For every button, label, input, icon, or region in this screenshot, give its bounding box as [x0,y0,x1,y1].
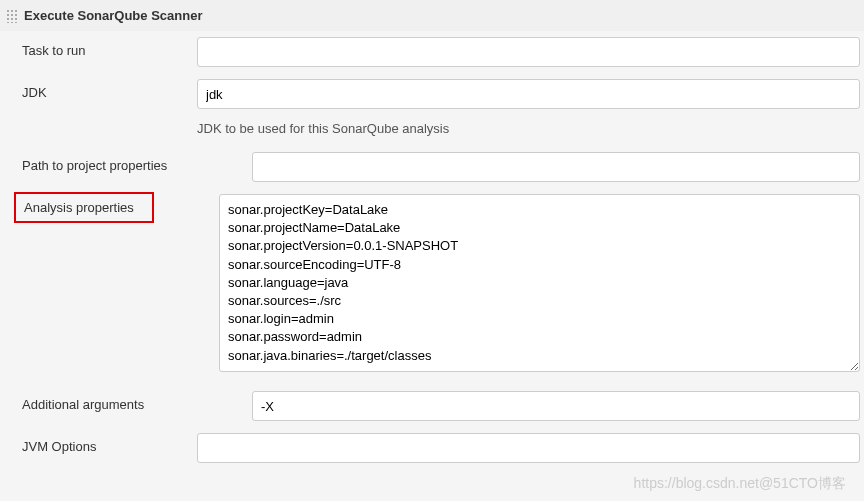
field-task-to-run [197,37,864,67]
field-jdk: jdk [197,79,864,109]
row-task-to-run: Task to run [0,31,864,73]
select-jdk[interactable]: jdk [197,79,860,109]
label-path-to-project-properties: Path to project properties [22,152,252,173]
row-jvm-options: JVM Options [0,427,864,469]
label-additional-arguments: Additional arguments [22,391,252,412]
row-jdk: JDK jdk [0,73,864,115]
section-header: Execute SonarQube Scanner [0,0,864,31]
row-additional-arguments: Additional arguments [0,385,864,427]
input-task-to-run[interactable] [197,37,860,67]
row-analysis-properties: Analysis properties [0,188,864,381]
label-task-to-run: Task to run [22,37,197,58]
row-jdk-help: JDK to be used for this SonarQube analys… [0,121,864,136]
field-path-to-project-properties [252,152,864,182]
field-jvm-options [197,433,864,463]
field-additional-arguments [252,391,864,421]
input-jvm-options[interactable] [197,433,860,463]
help-jdk: JDK to be used for this SonarQube analys… [197,121,860,136]
row-path-to-project-properties: Path to project properties [0,146,864,188]
input-path-to-project-properties[interactable] [252,152,860,182]
field-analysis-properties [219,194,864,375]
label-jdk: JDK [22,79,197,100]
watermark-text: https://blog.csdn.net@51CTO博客 [634,475,846,493]
drag-handle-icon[interactable] [6,9,18,23]
input-additional-arguments[interactable] [252,391,860,421]
textarea-analysis-properties[interactable] [219,194,860,372]
label-analysis-properties: Analysis properties [14,192,154,223]
label-jvm-options: JVM Options [22,433,197,454]
section-title: Execute SonarQube Scanner [24,8,202,23]
